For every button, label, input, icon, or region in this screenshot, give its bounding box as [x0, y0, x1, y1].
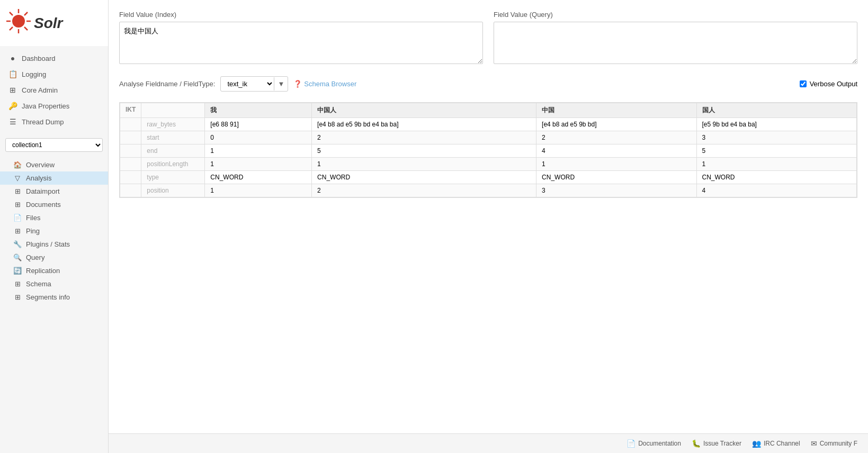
- sidebar-item-query-label: Query: [26, 253, 44, 261]
- field-value-index-input[interactable]: 我是中国人: [119, 22, 483, 64]
- field-value-index-label: Field Value (Index): [119, 11, 483, 19]
- sidebar-item-logging-label: Logging: [22, 70, 46, 78]
- start-col-0: 0: [205, 131, 312, 144]
- collection-selector[interactable]: collection1: [5, 138, 103, 152]
- footer-issue-tracker-link[interactable]: 🐛 Issue Tracker: [692, 439, 741, 448]
- start-col-1: 2: [312, 131, 536, 144]
- footer-irc-channel-link[interactable]: 👥 IRC Channel: [752, 439, 800, 448]
- sidebar-item-analysis-label: Analysis: [26, 174, 51, 182]
- type-col-2: CN_WORD: [536, 171, 696, 184]
- java-properties-icon: 🔑: [8, 102, 17, 110]
- footer-community-link[interactable]: ✉ Community F: [811, 439, 857, 448]
- analysis-table-container: IKT 我 中国人 中国 国人 raw_bytes: [119, 102, 857, 198]
- sidebar-item-dataimport[interactable]: ⊞ Dataimport: [0, 185, 108, 198]
- sidebar-item-replication-label: Replication: [26, 267, 60, 275]
- stage-cell: [120, 131, 141, 144]
- sidebar-item-query[interactable]: 🔍 Query: [0, 251, 108, 264]
- token-col-0-header: 我: [205, 103, 312, 118]
- plugins-stats-icon: 🔧: [13, 240, 22, 248]
- collection-select[interactable]: collection1: [5, 138, 103, 152]
- community-icon: ✉: [811, 439, 817, 448]
- footer: 📄 Documentation 🐛 Issue Tracker 👥 IRC Ch…: [109, 433, 868, 453]
- stage-cell: [120, 118, 141, 131]
- sidebar-item-java-properties[interactable]: 🔑 Java Properties: [0, 98, 108, 114]
- app-container: Solr ● Dashboard 📋 Logging ⊞ Core Admin …: [0, 0, 868, 453]
- sidebar-item-core-admin-label: Core Admin: [22, 86, 58, 94]
- sidebar-item-schema[interactable]: ⊞ Schema: [0, 277, 108, 291]
- main-content: Field Value (Index) 我是中国人 Field Value (Q…: [109, 0, 868, 453]
- footer-issue-tracker-label: Issue Tracker: [703, 440, 741, 447]
- row-label-raw-bytes: raw_bytes: [141, 118, 205, 131]
- sidebar-item-java-properties-label: Java Properties: [22, 102, 69, 110]
- sidebar-item-plugins-stats-label: Plugins / Stats: [26, 240, 70, 248]
- sidebar-item-ping[interactable]: ⊞ Ping: [0, 224, 108, 238]
- verbose-output-checkbox[interactable]: [800, 80, 807, 87]
- table-row-end: end 1 5 4 5: [120, 144, 857, 158]
- sidebar-item-dataimport-label: Dataimport: [26, 187, 60, 195]
- start-col-2: 2: [536, 131, 696, 144]
- schema-browser-link[interactable]: ❓ Schema Browser: [293, 80, 356, 88]
- table-row-position: position 1 2 3 4: [120, 184, 857, 197]
- analyse-fieldname-label: Analyse Fieldname / FieldType:: [119, 80, 215, 88]
- table-row-raw-bytes: raw_bytes [e6 88 91] [e4 b8 ad e5 9b bd …: [120, 118, 857, 131]
- main-layout: Solr ● Dashboard 📋 Logging ⊞ Core Admin …: [0, 0, 868, 453]
- stage-header: IKT: [120, 103, 141, 118]
- fieldtype-dropdown-arrow[interactable]: ▼: [274, 77, 288, 90]
- verbose-output-container: Verbose Output: [800, 80, 857, 88]
- raw-bytes-col-0: [e6 88 91]: [205, 118, 312, 131]
- type-col-1: CN_WORD: [312, 171, 536, 184]
- sidebar-item-thread-dump-label: Thread Dump: [22, 118, 64, 126]
- sidebar-item-documents-label: Documents: [26, 201, 61, 209]
- stage-cell: [120, 158, 141, 171]
- token-col-1-header: 中国人: [312, 103, 536, 118]
- sidebar-item-thread-dump[interactable]: ☰ Thread Dump: [0, 114, 108, 130]
- sidebar-item-core-admin[interactable]: ⊞ Core Admin: [0, 82, 108, 98]
- position-col-2: 3: [536, 184, 696, 197]
- sidebar-item-replication[interactable]: 🔄 Replication: [0, 264, 108, 277]
- replication-icon: 🔄: [13, 267, 22, 275]
- row-label-type: type: [141, 171, 205, 184]
- sidebar-item-schema-label: Schema: [26, 280, 51, 288]
- footer-documentation-label: Documentation: [638, 440, 681, 447]
- issue-tracker-icon: 🐛: [692, 439, 701, 448]
- table-row-start: start 0 2 2 3: [120, 131, 857, 144]
- sidebar: Solr ● Dashboard 📋 Logging ⊞ Core Admin …: [0, 0, 109, 453]
- sidebar-item-logging[interactable]: 📋 Logging: [0, 66, 108, 82]
- sidebar-item-plugins-stats[interactable]: 🔧 Plugins / Stats: [0, 238, 108, 251]
- analysis-table: IKT 我 中国人 中国 国人 raw_bytes: [120, 103, 857, 197]
- end-col-2: 4: [536, 144, 696, 158]
- fieldtype-select[interactable]: text_ik: [221, 77, 274, 91]
- sidebar-item-ping-label: Ping: [26, 227, 40, 235]
- analysis-icon: ▽: [13, 174, 22, 182]
- raw-bytes-col-3: [e5 9b bd e4 ba ba]: [696, 118, 856, 131]
- sidebar-item-analysis[interactable]: ▽ Analysis: [0, 171, 108, 185]
- end-col-1: 5: [312, 144, 536, 158]
- sidebar-item-dashboard[interactable]: ● Dashboard: [0, 50, 108, 66]
- sidebar-item-dashboard-label: Dashboard: [22, 55, 56, 62]
- core-admin-icon: ⊞: [8, 86, 17, 94]
- solr-logo-icon: [5, 8, 32, 34]
- sidebar-item-files-label: Files: [26, 214, 40, 222]
- analysis-panel: Field Value (Index) 我是中国人 Field Value (Q…: [109, 0, 868, 433]
- token-col-3-header: 国人: [696, 103, 856, 118]
- row-label-end: end: [141, 144, 205, 158]
- segments-info-icon: ⊞: [13, 293, 22, 301]
- sidebar-item-overview[interactable]: 🏠 Overview: [0, 158, 108, 171]
- position-col-1: 2: [312, 184, 536, 197]
- footer-irc-channel-label: IRC Channel: [764, 440, 800, 447]
- footer-documentation-link[interactable]: 📄 Documentation: [627, 439, 681, 448]
- field-value-query-input[interactable]: [494, 22, 857, 64]
- dashboard-icon: ●: [8, 54, 17, 62]
- sidebar-item-files[interactable]: 📄 Files: [0, 211, 108, 224]
- ping-icon: ⊞: [13, 227, 22, 235]
- documentation-icon: 📄: [627, 439, 636, 448]
- token-col-2-header: 中国: [536, 103, 696, 118]
- schema-icon: ⊞: [13, 280, 22, 288]
- sidebar-item-segments-info[interactable]: ⊞ Segments info: [0, 291, 108, 304]
- start-col-3: 3: [696, 131, 856, 144]
- files-icon: 📄: [13, 214, 22, 222]
- svg-line-8: [10, 27, 13, 30]
- sidebar-item-documents[interactable]: ⊞ Documents: [0, 198, 108, 211]
- logo-area: Solr: [0, 0, 108, 46]
- thread-dump-icon: ☰: [8, 117, 17, 126]
